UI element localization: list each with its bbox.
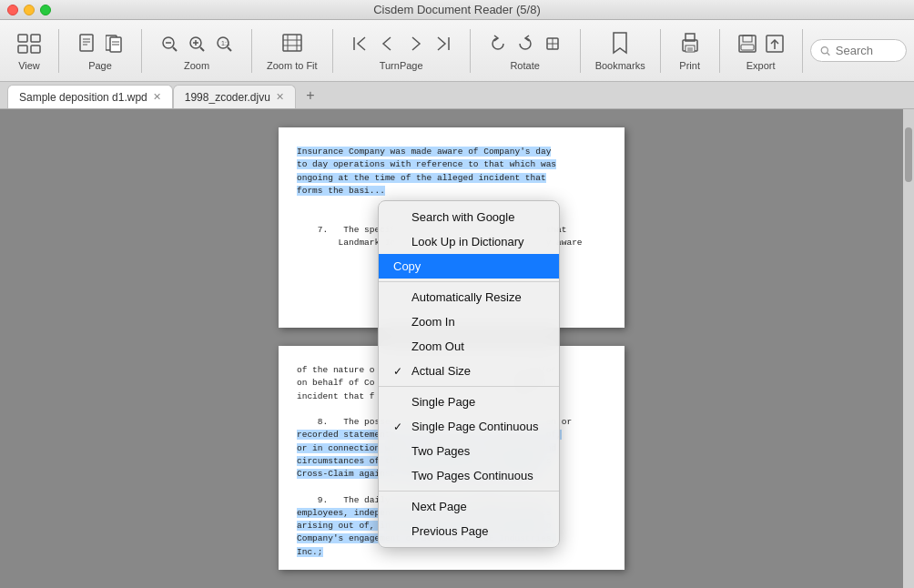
scrollbar-thumb[interactable] — [905, 127, 912, 182]
menu-item-auto-resize[interactable]: Automatically Resize — [379, 285, 559, 309]
first-page-icon[interactable] — [348, 31, 373, 56]
turnpage-label: TurnPage — [380, 60, 423, 71]
export-button[interactable]: Export — [727, 27, 795, 75]
search-field[interactable] — [810, 39, 907, 62]
svg-text:1:1: 1:1 — [221, 40, 230, 46]
svg-rect-3 — [31, 46, 40, 53]
sep1 — [58, 29, 59, 73]
svg-rect-39 — [743, 35, 752, 42]
export-label: Export — [746, 60, 776, 71]
sep9 — [802, 29, 803, 73]
zoom-label: Zoom — [184, 60, 209, 71]
view-icon — [16, 31, 42, 56]
svg-line-21 — [228, 47, 231, 51]
sep6 — [580, 29, 581, 73]
print-label: Print — [679, 60, 700, 71]
zoom-to-fit-label: Zoom to Fit — [267, 60, 318, 71]
window-title: Cisdem Document Reader (5/8) — [373, 3, 541, 16]
context-menu: Search with Google Look Up in Dictionary… — [378, 200, 560, 548]
page-single-icon — [74, 31, 99, 56]
tab-close-button[interactable]: ✕ — [153, 92, 161, 102]
rotate-right-icon[interactable] — [513, 31, 538, 56]
bookmarks-label: Bookmarks — [595, 60, 645, 71]
menu-separator-3 — [379, 491, 559, 492]
scrollbar[interactable] — [903, 109, 914, 588]
main-area: Insurance Company was made aware of Comp… — [0, 109, 914, 588]
svg-rect-4 — [80, 35, 93, 51]
tab-sample-deposition[interactable]: Sample deposition d1.wpd ✕ — [7, 85, 173, 108]
turnpage-group: TurnPage — [340, 27, 462, 75]
sep5 — [470, 29, 471, 73]
tab-zcoder[interactable]: 1998_zcoder.djvu ✕ — [173, 85, 296, 108]
menu-item-actual-size[interactable]: Actual Size — [379, 359, 559, 383]
zoom-in-icon[interactable] — [184, 31, 209, 56]
page-double-icon — [101, 31, 127, 56]
view-label: View — [18, 60, 40, 71]
menu-item-look-up-dictionary[interactable]: Look Up in Dictionary — [379, 229, 559, 254]
svg-rect-40 — [741, 45, 754, 50]
traffic-lights — [7, 5, 51, 15]
zoom-to-fit-button[interactable]: Zoom to Fit — [259, 27, 325, 75]
tab-label: Sample deposition d1.wpd — [19, 91, 147, 104]
zoom-group: 1:1 Zoom — [149, 27, 244, 75]
menu-item-zoom-in[interactable]: Zoom In — [379, 309, 559, 334]
rotate-label: Rotate — [510, 60, 539, 71]
svg-rect-38 — [739, 35, 756, 52]
prev-page-icon[interactable] — [375, 31, 401, 56]
svg-marker-32 — [614, 33, 626, 53]
rotate-extra-icon[interactable] — [540, 31, 565, 56]
menu-item-search-google[interactable]: Search with Google — [379, 205, 559, 229]
search-input[interactable] — [836, 44, 897, 57]
menu-separator-2 — [379, 386, 559, 387]
add-tab-button[interactable]: + — [300, 85, 321, 106]
zoom-out-icon[interactable] — [157, 31, 182, 56]
tab-close-button[interactable]: ✕ — [276, 92, 284, 102]
svg-line-18 — [200, 47, 204, 51]
sep8 — [719, 29, 720, 73]
menu-item-next-page[interactable]: Next Page — [379, 494, 559, 519]
search-icon — [820, 45, 830, 57]
menu-item-single-page[interactable]: Single Page — [379, 390, 559, 414]
tab-label: 1998_zcoder.djvu — [185, 91, 270, 104]
svg-rect-2 — [18, 46, 27, 53]
close-button[interactable] — [7, 5, 18, 15]
menu-item-copy[interactable]: Copy — [379, 254, 559, 279]
tabs-bar: Sample deposition d1.wpd ✕ 1998_zcoder.d… — [0, 82, 914, 109]
zoom-actual-icon[interactable]: 1:1 — [211, 31, 237, 56]
page-button[interactable]: Page — [66, 27, 134, 75]
view-button[interactable]: View — [7, 27, 51, 75]
last-page-icon[interactable] — [430, 31, 455, 56]
bookmarks-icon — [607, 31, 633, 56]
svg-rect-1 — [31, 35, 40, 42]
svg-line-14 — [173, 47, 177, 51]
menu-separator-1 — [379, 281, 559, 282]
sep3 — [251, 29, 252, 73]
svg-line-44 — [827, 52, 829, 55]
page-label: Page — [88, 60, 112, 71]
print-button[interactable]: Print — [668, 27, 712, 75]
sep4 — [332, 29, 333, 73]
maximize-button[interactable] — [40, 5, 51, 15]
sep2 — [141, 29, 142, 73]
menu-item-zoom-out[interactable]: Zoom Out — [379, 334, 559, 359]
menu-item-two-pages-continuous[interactable]: Two Pages Continuous — [379, 463, 559, 488]
menu-item-single-page-continuous[interactable]: Single Page Continuous — [379, 414, 559, 439]
menu-item-two-pages[interactable]: Two Pages — [379, 439, 559, 463]
export-save-icon — [735, 31, 760, 56]
next-page-icon[interactable] — [402, 31, 428, 56]
rotate-group: Rotate — [478, 27, 573, 75]
rotate-left-icon[interactable] — [485, 31, 511, 56]
zoom-to-fit-icon — [279, 31, 305, 56]
menu-item-previous-page[interactable]: Previous Page — [379, 519, 559, 543]
print-icon — [677, 31, 703, 56]
svg-rect-0 — [18, 35, 27, 42]
sep7 — [660, 29, 661, 73]
bookmarks-button[interactable]: Bookmarks — [588, 27, 653, 75]
export-share-icon — [762, 31, 787, 56]
svg-rect-22 — [283, 35, 301, 51]
minimize-button[interactable] — [24, 5, 35, 15]
toolbar: View Page — [0, 20, 914, 82]
title-bar: Cisdem Document Reader (5/8) — [0, 0, 914, 20]
svg-point-43 — [821, 46, 828, 53]
